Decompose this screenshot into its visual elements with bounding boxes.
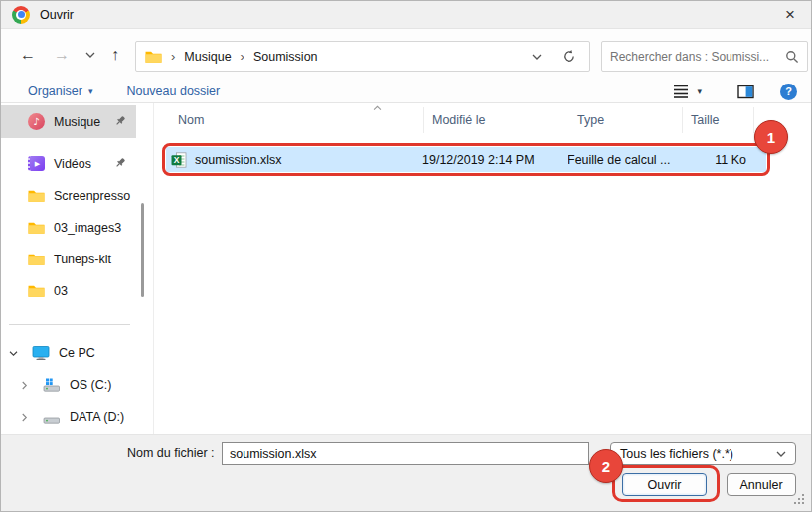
sidebar-item-label: Musique [54,115,100,129]
breadcrumb-separator: › [241,49,244,64]
sidebar-item-label: 03_images3 [54,221,121,235]
organize-caret-icon: ▾ [88,86,93,96]
navigation-bar: ← → ↑ › Musique › Soumission [1,29,811,81]
chevron-right-icon[interactable] [21,381,35,390]
sidebar-item-tuneps-kit[interactable]: Tuneps-kit [1,243,136,275]
sidebar-divider [9,324,130,325]
recent-locations-button[interactable] [79,51,102,59]
folder-icon [28,221,45,235]
sidebar-item-data-d[interactable]: DATA (D:) [21,405,124,428]
dialog-body: ♪ Musique ▶ Vidéos Screenpresso 03_image… [1,103,811,434]
preview-pane-icon[interactable] [737,85,754,99]
column-separator[interactable] [568,107,568,133]
tree-item-label: Ce PC [59,346,95,360]
list-view-icon[interactable] [673,84,689,99]
sort-ascending-icon [373,105,382,111]
command-toolbar: Organiser ▾ Nouveau dossier ▾ ? [1,81,811,103]
sidebar-item-screenpresso[interactable]: Screenpresso [1,179,136,212]
dialog-footer: Nom du fichier : Tous les fichiers (*.*)… [1,434,811,511]
views-caret-icon[interactable]: ▾ [697,86,702,96]
sidebar-item-03[interactable]: 03 [1,274,136,307]
annotation-box-step2 [612,465,720,502]
navigation-pane: ♪ Musique ▶ Vidéos Screenpresso 03_image… [1,103,158,434]
filetype-select[interactable]: Tous les fichiers (*.*) [610,442,796,465]
help-icon[interactable]: ? [780,84,797,100]
system-drive-icon [43,378,61,392]
sidebar-item-ce-pc[interactable]: Ce PC [9,341,95,365]
pin-icon [114,156,127,169]
filename-label: Nom du fichier : [127,446,215,460]
resize-grip[interactable] [793,494,804,505]
column-header-modifie[interactable]: Modifié le [432,113,486,127]
sidebar-item-musique[interactable]: ♪ Musique [1,105,136,138]
up-button[interactable]: ↑ [102,46,128,64]
drive-icon [43,410,61,424]
new-folder-button[interactable]: Nouveau dossier [126,85,220,98]
organize-button[interactable]: Organiser ▾ [28,85,92,98]
forward-button[interactable]: → [45,46,79,64]
file-list: Nom Modifié le Type Taille X soumission.… [160,103,811,434]
chevron-down-icon [776,450,786,458]
window-title: Ouvrir [40,8,74,22]
search-box [601,41,808,72]
folder-icon [145,50,162,64]
column-separator[interactable] [682,107,683,133]
sidebar-item-label: Vidéos [54,157,91,171]
chevron-right-icon[interactable] [21,413,35,422]
close-icon[interactable]: × [780,4,800,25]
organize-label: Organiser [28,85,82,98]
chrome-icon [12,6,30,24]
filetype-selected-value: Tous les fichiers (*.*) [620,447,776,461]
sidebar-item-label: 03 [54,284,68,298]
open-file-dialog: Ouvrir × ← → ↑ › Musique › Soumission [0,0,812,512]
column-separator[interactable] [423,107,424,133]
folder-icon [28,253,45,266]
chevron-down-icon[interactable] [9,350,23,357]
back-button[interactable]: ← [11,46,45,64]
sidebar-scrollbar[interactable] [141,203,144,297]
address-dropdown-icon[interactable] [532,53,542,61]
annotation-box-step1 [162,143,770,176]
search-input[interactable] [610,50,785,64]
sidebar-item-os-c[interactable]: OS (C:) [21,373,111,397]
column-header-type[interactable]: Type [577,113,604,127]
refresh-icon[interactable] [562,49,576,64]
pin-icon [114,114,127,127]
search-icon[interactable] [785,50,799,64]
computer-icon [32,345,50,361]
sidebar-item-label: Tuneps-kit [54,253,111,266]
sidebar-item-label: Screenpresso [54,189,130,203]
breadcrumb-item-soumission[interactable]: Soumission [253,50,318,64]
tree-item-label: OS (C:) [70,378,111,392]
title-bar: Ouvrir × [1,1,811,29]
sidebar-item-03-images3[interactable]: 03_images3 [1,211,136,244]
column-header-nom[interactable]: Nom [178,113,204,127]
music-folder-icon: ♪ [28,113,45,130]
cancel-button[interactable]: Annuler [727,473,796,496]
pane-splitter[interactable] [153,103,154,434]
annotation-step-2: 2 [589,449,623,483]
folder-icon [28,284,45,298]
breadcrumb[interactable]: › Musique › Soumission [135,41,590,72]
column-separator[interactable] [753,107,754,133]
breadcrumb-item-musique[interactable]: Musique [184,50,231,64]
annotation-step-1: 1 [754,120,788,154]
video-folder-icon: ▶ [28,156,45,171]
filename-input[interactable] [222,442,589,465]
folder-icon [28,189,45,203]
tree-item-label: DATA (D:) [70,410,124,424]
sidebar-item-videos[interactable]: ▶ Vidéos [1,147,136,180]
breadcrumb-separator: › [171,49,175,64]
column-header-taille[interactable]: Taille [691,113,720,127]
